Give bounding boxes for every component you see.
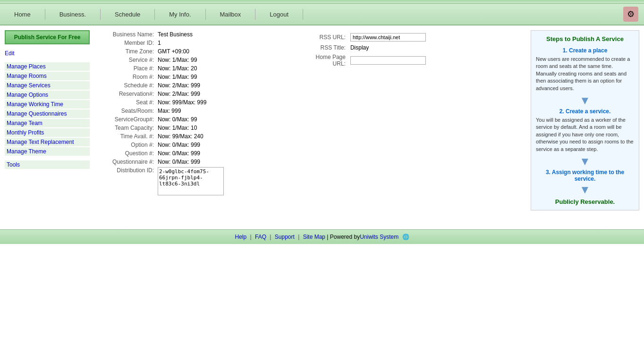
home-page-label: Home PageURL: xyxy=(286,53,347,68)
rss-url-value xyxy=(348,32,428,42)
rss-url-label: RSS URL: xyxy=(286,32,347,42)
sidebar-item-manage-theme[interactable]: Manage Theme xyxy=(5,147,90,156)
edit-link[interactable]: Edit xyxy=(5,50,90,57)
field-value: 1 xyxy=(156,39,266,47)
sidebar-item-manage-working-time[interactable]: Manage Working Time xyxy=(5,100,90,109)
field-value: Max: 999 xyxy=(156,107,266,115)
sidebar-item-manage-services[interactable]: Manage Services xyxy=(5,81,90,90)
field-label: Time Zone: xyxy=(94,47,156,56)
field-value: Test Business xyxy=(156,30,266,39)
arrow-down-1: ▼ xyxy=(536,95,634,106)
sidebar-item-manage-questionnaires[interactable]: Manage Questionnaires xyxy=(5,109,90,118)
business-info-section: Business Name: Test Business RSS URL: RS… xyxy=(94,30,526,210)
logo-icon: ⚙ xyxy=(623,7,638,22)
nav-home[interactable]: Home xyxy=(0,9,45,20)
table-row: Distribution ID: 2-w0glbc-4fom75-66jrpn-… xyxy=(94,166,526,196)
home-page-input[interactable] xyxy=(350,56,426,65)
table-row: Option #: Now: 0/Max: 999 xyxy=(94,141,526,149)
steps-title: Steps to Publish A Service xyxy=(536,35,634,42)
arrow-down-3: ▼ xyxy=(536,184,634,195)
footer-support[interactable]: Support xyxy=(275,234,295,240)
logo: ⚙ xyxy=(622,6,639,23)
sidebar-item-manage-places[interactable]: Manage Places xyxy=(5,62,90,71)
separator: | xyxy=(270,234,271,240)
table-row: RSS Title: Display xyxy=(286,43,428,52)
footer-globe-icon: 🌐 xyxy=(402,234,409,240)
field-label: Schedule #: xyxy=(94,81,156,90)
field-label: Option #: xyxy=(94,141,156,149)
nav-myinfo[interactable]: My Info. xyxy=(155,9,205,20)
table-row: Business Name: Test Business RSS URL: RS… xyxy=(94,30,526,39)
rss-title-value: Display xyxy=(348,43,428,52)
nav-mailbox[interactable]: Mailbox xyxy=(206,9,256,20)
navigation: Home Business. Schedule My Info. Mailbox… xyxy=(0,4,644,25)
field-label: Member ID: xyxy=(94,39,156,47)
field-value: Now: 1/Max: 10 xyxy=(156,124,266,132)
distribution-id-textarea[interactable]: 2-w0glbc-4fom75-66jrpn-fjblp4-lt83c6-3ni… xyxy=(158,167,224,195)
table-row: Room #: Now: 1/Max: 99 xyxy=(94,73,526,81)
field-value: Now: 0/Max: 99 xyxy=(156,115,266,124)
field-value: Now: 0/Max: 999 xyxy=(156,149,266,158)
field-label: Seat #: xyxy=(94,98,156,107)
step-final-text: Publicly Reservable. xyxy=(536,198,634,205)
field-value: Now: 1/Max: 99 xyxy=(156,73,266,81)
distribution-id-wrapper: 2-w0glbc-4fom75-66jrpn-fjblp4-lt83c6-3ni… xyxy=(158,167,264,195)
field-label: Question #: xyxy=(94,149,156,158)
field-label: Reservation#: xyxy=(94,90,156,98)
field-label: Place #: xyxy=(94,64,156,73)
arrow-down-2: ▼ xyxy=(536,156,634,167)
table-row: ServiceGroup#: Now: 0/Max: 99 xyxy=(94,115,526,124)
table-row: Seat #: Now: 999/Max: 999 xyxy=(94,98,526,107)
field-value: Now: 0/Max: 999 xyxy=(156,141,266,149)
sidebar-item-manage-rooms[interactable]: Manage Rooms xyxy=(5,72,90,80)
footer-faq[interactable]: FAQ xyxy=(255,234,266,240)
rss-table: RSS URL: RSS Title: Display Home PageURL… xyxy=(285,31,429,69)
home-page-value xyxy=(348,53,428,68)
footer-sitemap[interactable]: Site Map xyxy=(303,234,325,240)
table-row: Time Avail. #: Now: 99/Max: 240 xyxy=(94,132,526,141)
field-label: Time Avail. #: xyxy=(94,132,156,141)
field-label: Questionnaire #: xyxy=(94,158,156,166)
sidebar-item-monthly-profits[interactable]: Monthly Profits xyxy=(5,128,90,137)
field-value: Now: 2/Max: 999 xyxy=(156,81,266,90)
footer-powered-by: | Powered by xyxy=(327,234,360,240)
table-row: Question #: Now: 0/Max: 999 xyxy=(94,149,526,158)
sidebar-item-manage-options[interactable]: Manage Options xyxy=(5,91,90,99)
nav-schedule[interactable]: Schedule xyxy=(101,9,155,20)
sidebar: Publish Service For Free Edit Manage Pla… xyxy=(5,30,90,210)
sidebar-item-tools[interactable]: Tools xyxy=(5,160,90,169)
field-label: Room #: xyxy=(94,73,156,81)
field-label: ServiceGroup#: xyxy=(94,115,156,124)
nav-logout[interactable]: Logout xyxy=(255,9,303,20)
rss-url-input[interactable] xyxy=(350,33,426,42)
field-label: Distribution ID: xyxy=(94,166,156,196)
nav-business[interactable]: Business. xyxy=(45,9,101,20)
field-value: GMT +09:00 xyxy=(156,47,266,56)
footer-help[interactable]: Help xyxy=(235,234,246,240)
steps-panel: Steps to Publish A Service 1. Create a p… xyxy=(531,30,639,210)
field-label: Seats/Room: xyxy=(94,107,156,115)
distribution-id-cell: 2-w0glbc-4fom75-66jrpn-fjblp4-lt83c6-3ni… xyxy=(156,166,266,196)
field-label: Team Capacity: xyxy=(94,124,156,132)
table-row: Questionnaire #: Now: 0/Max: 999 xyxy=(94,158,526,166)
field-value: Now: 1/Max: 99 xyxy=(156,56,266,64)
table-row: Seats/Room: Max: 999 xyxy=(94,107,526,115)
field-value: Now: 1/Max: 20 xyxy=(156,64,266,73)
sidebar-item-manage-text-replacement[interactable]: Manage Text Replacement xyxy=(5,138,90,146)
footer-company[interactable]: Uniwits System xyxy=(360,234,398,240)
sidebar-item-manage-team[interactable]: Manage Team xyxy=(5,119,90,127)
table-row: Home PageURL: xyxy=(286,53,428,68)
field-value: Now: 2/Max: 999 xyxy=(156,90,266,98)
tools-section: Tools xyxy=(5,160,90,169)
step3-heading: 3. Assign working time to the service. xyxy=(536,169,634,182)
publish-service-button[interactable]: Publish Service For Free xyxy=(5,30,90,44)
field-value: Now: 0/Max: 999 xyxy=(156,158,266,166)
step1-text: New users are recommended to create a ro… xyxy=(536,56,634,92)
table-row: Reservation#: Now: 2/Max: 999 xyxy=(94,90,526,98)
field-label: Business Name: xyxy=(94,30,156,39)
footer: Help | FAQ | Support | Site Map | Powere… xyxy=(0,229,644,244)
field-value: Now: 999/Max: 999 xyxy=(156,98,266,107)
business-info-table: Business Name: Test Business RSS URL: RS… xyxy=(94,30,526,196)
step2-heading: 2. Create a service. xyxy=(536,108,634,115)
step2-text: You will be assigned as a worker of the … xyxy=(536,117,634,153)
